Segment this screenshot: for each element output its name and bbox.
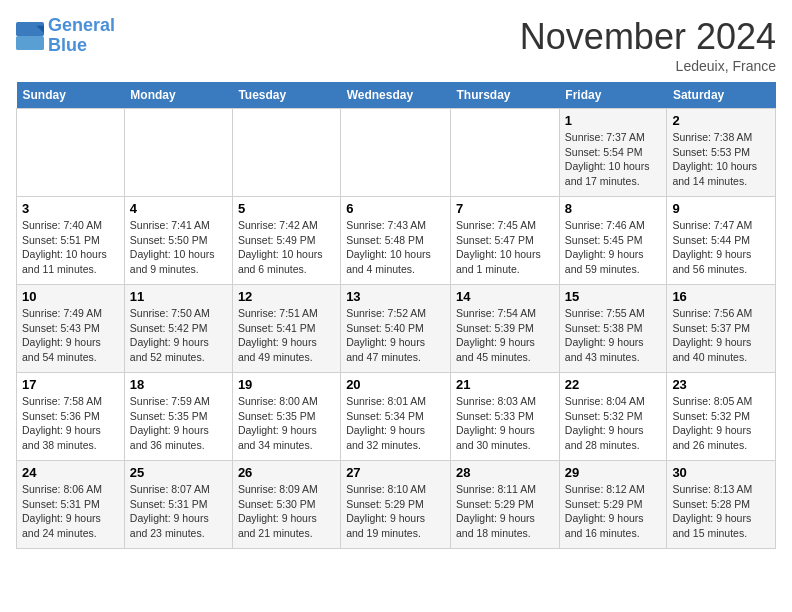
calendar-cell: [341, 109, 451, 197]
calendar-cell: 15Sunrise: 7:55 AM Sunset: 5:38 PM Dayli…: [559, 285, 667, 373]
day-info: Sunrise: 8:01 AM Sunset: 5:34 PM Dayligh…: [346, 394, 445, 453]
calendar-cell: 11Sunrise: 7:50 AM Sunset: 5:42 PM Dayli…: [124, 285, 232, 373]
day-number: 6: [346, 201, 445, 216]
location: Ledeuix, France: [520, 58, 776, 74]
calendar-cell: 10Sunrise: 7:49 AM Sunset: 5:43 PM Dayli…: [17, 285, 125, 373]
week-row-3: 10Sunrise: 7:49 AM Sunset: 5:43 PM Dayli…: [17, 285, 776, 373]
day-info: Sunrise: 7:41 AM Sunset: 5:50 PM Dayligh…: [130, 218, 227, 277]
calendar-cell: 28Sunrise: 8:11 AM Sunset: 5:29 PM Dayli…: [451, 461, 560, 549]
calendar-cell: 4Sunrise: 7:41 AM Sunset: 5:50 PM Daylig…: [124, 197, 232, 285]
day-number: 30: [672, 465, 770, 480]
day-info: Sunrise: 7:55 AM Sunset: 5:38 PM Dayligh…: [565, 306, 662, 365]
calendar-cell: 17Sunrise: 7:58 AM Sunset: 5:36 PM Dayli…: [17, 373, 125, 461]
day-number: 20: [346, 377, 445, 392]
week-row-5: 24Sunrise: 8:06 AM Sunset: 5:31 PM Dayli…: [17, 461, 776, 549]
day-number: 12: [238, 289, 335, 304]
calendar-cell: 29Sunrise: 8:12 AM Sunset: 5:29 PM Dayli…: [559, 461, 667, 549]
calendar-cell: 8Sunrise: 7:46 AM Sunset: 5:45 PM Daylig…: [559, 197, 667, 285]
day-info: Sunrise: 8:06 AM Sunset: 5:31 PM Dayligh…: [22, 482, 119, 541]
weekday-header-friday: Friday: [559, 82, 667, 109]
weekday-header-saturday: Saturday: [667, 82, 776, 109]
day-number: 14: [456, 289, 554, 304]
calendar-cell: 25Sunrise: 8:07 AM Sunset: 5:31 PM Dayli…: [124, 461, 232, 549]
day-info: Sunrise: 8:10 AM Sunset: 5:29 PM Dayligh…: [346, 482, 445, 541]
day-number: 23: [672, 377, 770, 392]
logo-icon: [16, 22, 44, 50]
day-info: Sunrise: 7:50 AM Sunset: 5:42 PM Dayligh…: [130, 306, 227, 365]
day-info: Sunrise: 8:00 AM Sunset: 5:35 PM Dayligh…: [238, 394, 335, 453]
day-number: 16: [672, 289, 770, 304]
day-info: Sunrise: 7:40 AM Sunset: 5:51 PM Dayligh…: [22, 218, 119, 277]
weekday-header-sunday: Sunday: [17, 82, 125, 109]
calendar-cell: 16Sunrise: 7:56 AM Sunset: 5:37 PM Dayli…: [667, 285, 776, 373]
day-info: Sunrise: 7:37 AM Sunset: 5:54 PM Dayligh…: [565, 130, 662, 189]
day-info: Sunrise: 7:45 AM Sunset: 5:47 PM Dayligh…: [456, 218, 554, 277]
title-block: November 2024 Ledeuix, France: [520, 16, 776, 74]
day-number: 18: [130, 377, 227, 392]
day-info: Sunrise: 7:51 AM Sunset: 5:41 PM Dayligh…: [238, 306, 335, 365]
calendar-cell: 9Sunrise: 7:47 AM Sunset: 5:44 PM Daylig…: [667, 197, 776, 285]
logo: General Blue: [16, 16, 115, 56]
day-number: 25: [130, 465, 227, 480]
calendar-cell: 5Sunrise: 7:42 AM Sunset: 5:49 PM Daylig…: [232, 197, 340, 285]
week-row-2: 3Sunrise: 7:40 AM Sunset: 5:51 PM Daylig…: [17, 197, 776, 285]
day-info: Sunrise: 7:38 AM Sunset: 5:53 PM Dayligh…: [672, 130, 770, 189]
calendar-cell: 19Sunrise: 8:00 AM Sunset: 5:35 PM Dayli…: [232, 373, 340, 461]
day-number: 22: [565, 377, 662, 392]
day-number: 21: [456, 377, 554, 392]
day-info: Sunrise: 8:05 AM Sunset: 5:32 PM Dayligh…: [672, 394, 770, 453]
day-info: Sunrise: 8:11 AM Sunset: 5:29 PM Dayligh…: [456, 482, 554, 541]
calendar-cell: 1Sunrise: 7:37 AM Sunset: 5:54 PM Daylig…: [559, 109, 667, 197]
calendar-cell: [451, 109, 560, 197]
week-row-1: 1Sunrise: 7:37 AM Sunset: 5:54 PM Daylig…: [17, 109, 776, 197]
day-number: 1: [565, 113, 662, 128]
day-number: 27: [346, 465, 445, 480]
day-info: Sunrise: 7:49 AM Sunset: 5:43 PM Dayligh…: [22, 306, 119, 365]
calendar-cell: 22Sunrise: 8:04 AM Sunset: 5:32 PM Dayli…: [559, 373, 667, 461]
day-info: Sunrise: 7:52 AM Sunset: 5:40 PM Dayligh…: [346, 306, 445, 365]
calendar-cell: 14Sunrise: 7:54 AM Sunset: 5:39 PM Dayli…: [451, 285, 560, 373]
calendar-cell: 6Sunrise: 7:43 AM Sunset: 5:48 PM Daylig…: [341, 197, 451, 285]
calendar-cell: [124, 109, 232, 197]
day-number: 17: [22, 377, 119, 392]
day-info: Sunrise: 8:07 AM Sunset: 5:31 PM Dayligh…: [130, 482, 227, 541]
calendar-cell: 13Sunrise: 7:52 AM Sunset: 5:40 PM Dayli…: [341, 285, 451, 373]
weekday-header-wednesday: Wednesday: [341, 82, 451, 109]
day-info: Sunrise: 7:54 AM Sunset: 5:39 PM Dayligh…: [456, 306, 554, 365]
day-info: Sunrise: 8:09 AM Sunset: 5:30 PM Dayligh…: [238, 482, 335, 541]
calendar-cell: 26Sunrise: 8:09 AM Sunset: 5:30 PM Dayli…: [232, 461, 340, 549]
day-number: 29: [565, 465, 662, 480]
logo-line2: Blue: [48, 36, 115, 56]
day-info: Sunrise: 7:43 AM Sunset: 5:48 PM Dayligh…: [346, 218, 445, 277]
day-number: 2: [672, 113, 770, 128]
logo-text: General Blue: [48, 16, 115, 56]
svg-rect-1: [16, 36, 44, 50]
calendar-cell: 23Sunrise: 8:05 AM Sunset: 5:32 PM Dayli…: [667, 373, 776, 461]
calendar-cell: 7Sunrise: 7:45 AM Sunset: 5:47 PM Daylig…: [451, 197, 560, 285]
day-number: 5: [238, 201, 335, 216]
month-title: November 2024: [520, 16, 776, 58]
calendar-cell: 12Sunrise: 7:51 AM Sunset: 5:41 PM Dayli…: [232, 285, 340, 373]
calendar-cell: 2Sunrise: 7:38 AM Sunset: 5:53 PM Daylig…: [667, 109, 776, 197]
day-number: 15: [565, 289, 662, 304]
calendar-cell: 24Sunrise: 8:06 AM Sunset: 5:31 PM Dayli…: [17, 461, 125, 549]
day-number: 10: [22, 289, 119, 304]
calendar-cell: 30Sunrise: 8:13 AM Sunset: 5:28 PM Dayli…: [667, 461, 776, 549]
day-number: 8: [565, 201, 662, 216]
weekday-header-thursday: Thursday: [451, 82, 560, 109]
page-header: General Blue November 2024 Ledeuix, Fran…: [16, 16, 776, 74]
day-number: 9: [672, 201, 770, 216]
day-number: 28: [456, 465, 554, 480]
weekday-header-monday: Monday: [124, 82, 232, 109]
calendar-cell: 21Sunrise: 8:03 AM Sunset: 5:33 PM Dayli…: [451, 373, 560, 461]
day-number: 26: [238, 465, 335, 480]
calendar-table: SundayMondayTuesdayWednesdayThursdayFrid…: [16, 82, 776, 549]
calendar-cell: [232, 109, 340, 197]
day-number: 11: [130, 289, 227, 304]
day-info: Sunrise: 7:46 AM Sunset: 5:45 PM Dayligh…: [565, 218, 662, 277]
day-info: Sunrise: 7:58 AM Sunset: 5:36 PM Dayligh…: [22, 394, 119, 453]
day-info: Sunrise: 8:13 AM Sunset: 5:28 PM Dayligh…: [672, 482, 770, 541]
day-info: Sunrise: 7:47 AM Sunset: 5:44 PM Dayligh…: [672, 218, 770, 277]
calendar-cell: 18Sunrise: 7:59 AM Sunset: 5:35 PM Dayli…: [124, 373, 232, 461]
day-number: 3: [22, 201, 119, 216]
